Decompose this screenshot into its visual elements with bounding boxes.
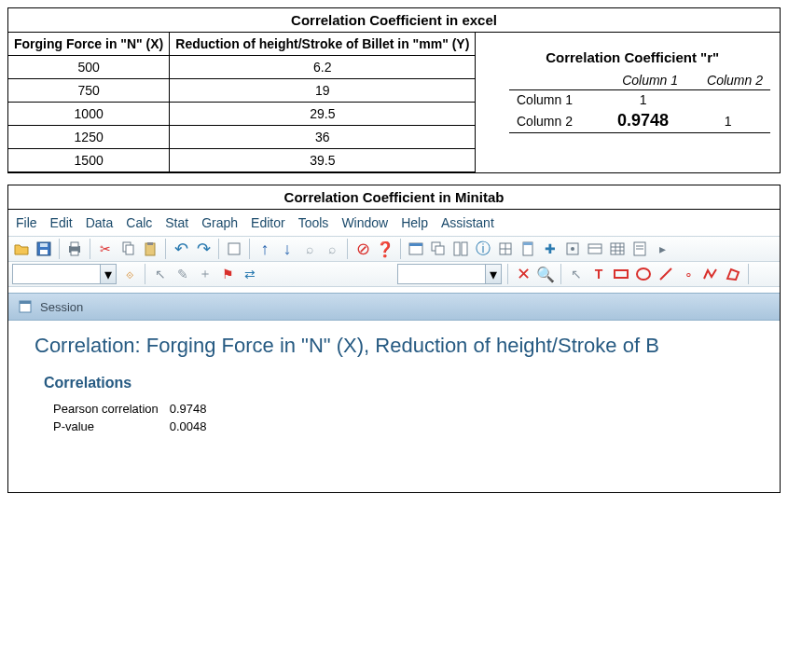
svg-rect-5 xyxy=(71,251,78,255)
marker-tool-icon[interactable]: ∘ xyxy=(679,265,698,283)
find-next-icon[interactable]: ⌕ xyxy=(323,240,341,258)
zoom-icon[interactable]: 🔍 xyxy=(536,265,555,283)
pointer-icon[interactable]: ↖ xyxy=(151,265,170,283)
menu-editor[interactable]: Editor xyxy=(251,215,285,230)
model-dropdown[interactable]: ▾ xyxy=(397,264,502,284)
menu-edit[interactable]: Edit xyxy=(50,215,73,230)
variable-dropdown[interactable]: ▾ xyxy=(12,264,117,284)
pearson-label: Pearson correlation xyxy=(53,401,168,417)
svg-rect-7 xyxy=(126,245,133,254)
svg-rect-15 xyxy=(454,242,460,255)
stats-table: Pearson correlation 0.9748 P-value 0.004… xyxy=(51,399,218,436)
info-icon[interactable]: ⓘ xyxy=(474,240,492,258)
cascade-icon[interactable] xyxy=(429,240,448,258)
arrow-down-icon[interactable]: ↓ xyxy=(278,240,297,258)
options-icon[interactable] xyxy=(563,240,582,258)
new-project-icon[interactable] xyxy=(225,240,243,258)
polyline-tool-icon[interactable] xyxy=(701,265,720,283)
tile-icon[interactable] xyxy=(451,240,470,258)
layout-icon[interactable] xyxy=(586,240,604,258)
show-session-icon[interactable] xyxy=(407,240,425,258)
menu-window[interactable]: Window xyxy=(341,215,388,230)
cancel-icon[interactable]: ⊘ xyxy=(353,240,372,258)
find-prev-icon[interactable]: ⌕ xyxy=(300,240,319,258)
correlations-heading: Correlations xyxy=(44,375,761,391)
paste-icon[interactable] xyxy=(141,240,159,258)
chevron-down-icon[interactable]: ▾ xyxy=(485,265,501,283)
svg-rect-16 xyxy=(462,242,467,255)
table-row: 5006.2 xyxy=(8,56,476,79)
ellipse-tool-icon[interactable] xyxy=(634,265,653,283)
table-row: 100029.5 xyxy=(8,103,476,126)
pvalue-value: 0.0048 xyxy=(170,418,216,434)
show-worksheets-icon[interactable] xyxy=(496,240,515,258)
matrix-r22: 1 xyxy=(685,109,770,133)
line-tool-icon[interactable] xyxy=(657,265,675,283)
arrow-up-icon[interactable]: ↑ xyxy=(256,240,274,258)
svg-rect-2 xyxy=(40,243,48,247)
grid-icon[interactable] xyxy=(608,240,627,258)
undo-icon[interactable]: ↶ xyxy=(172,240,190,258)
polygon-tool-icon[interactable] xyxy=(724,265,742,283)
session-header: Session xyxy=(8,293,780,321)
minitab-panel: Correlation Coefficient in Minitab File … xyxy=(7,185,781,493)
help-icon[interactable]: ❓ xyxy=(376,240,394,258)
select-icon[interactable]: ↖ xyxy=(567,265,586,283)
menu-assistant[interactable]: Assistant xyxy=(441,215,494,230)
pen-icon[interactable]: ✎ xyxy=(173,265,192,283)
rectangle-tool-icon[interactable] xyxy=(612,265,630,283)
matrix-row2-lbl: Column 2 xyxy=(509,109,601,133)
table-row: 125036 xyxy=(8,126,476,149)
menu-graph[interactable]: Graph xyxy=(201,215,238,230)
menu-file[interactable]: File xyxy=(16,215,37,230)
notepad-icon[interactable] xyxy=(518,240,537,258)
redo-icon[interactable]: ↷ xyxy=(194,240,213,258)
r-title: Correlation Coefficient "r" xyxy=(494,49,770,65)
excel-title: Correlation Coefficient in excel xyxy=(8,8,780,33)
svg-rect-39 xyxy=(20,301,31,304)
cut-icon[interactable]: ✂ xyxy=(96,240,115,258)
save-icon[interactable] xyxy=(35,240,53,258)
menu-stat[interactable]: Stat xyxy=(165,215,188,230)
pvalue-label: P-value xyxy=(53,418,168,434)
copy-icon[interactable] xyxy=(118,240,137,258)
text-tool-icon[interactable]: T xyxy=(589,265,608,283)
col-x-header: Forging Force in "N" (X) xyxy=(8,33,170,56)
analysis-title: Correlation: Forging Force in "N" (X), R… xyxy=(35,334,761,358)
svg-point-35 xyxy=(637,268,650,280)
matrix-r21: 0.9748 xyxy=(601,109,685,133)
report-icon[interactable] xyxy=(630,240,649,258)
matrix-r11: 1 xyxy=(601,90,685,110)
print-icon[interactable] xyxy=(65,240,84,258)
open-icon[interactable] xyxy=(12,240,31,258)
col-y-header: Reduction of height/Stroke of Billet in … xyxy=(170,33,476,56)
matrix-col2-hdr: Column 2 xyxy=(685,71,770,90)
menu-data[interactable]: Data xyxy=(86,215,114,230)
pearson-value: 0.9748 xyxy=(170,401,216,417)
minitab-title: Correlation Coefficient in Minitab xyxy=(8,185,780,210)
session-body: Correlation: Forging Force in "N" (X), R… xyxy=(8,321,780,492)
menubar: File Edit Data Calc Stat Graph Editor To… xyxy=(8,210,780,236)
svg-rect-1 xyxy=(40,250,48,254)
delete-icon[interactable]: ✕ xyxy=(514,265,532,283)
menu-calc[interactable]: Calc xyxy=(126,215,152,230)
menu-help[interactable]: Help xyxy=(401,215,428,230)
more-icon[interactable]: ▸ xyxy=(653,240,671,258)
svg-rect-9 xyxy=(147,242,153,245)
excel-panel: Correlation Coefficient in excel Forging… xyxy=(7,7,781,173)
svg-rect-4 xyxy=(71,242,78,247)
session-icon xyxy=(16,297,35,316)
add-icon[interactable]: ✚ xyxy=(541,240,560,258)
swap-icon[interactable]: ⇄ xyxy=(241,265,259,283)
menu-tools[interactable]: Tools xyxy=(298,215,329,230)
matrix-row1-lbl: Column 1 xyxy=(509,90,601,110)
brush-icon[interactable]: ⟐ xyxy=(120,265,139,283)
table-row: 150039.5 xyxy=(8,149,476,172)
flag-icon[interactable]: ⚑ xyxy=(218,265,237,283)
svg-rect-10 xyxy=(228,243,240,254)
chevron-down-icon[interactable]: ▾ xyxy=(100,265,116,283)
table-row: 75019 xyxy=(8,79,476,103)
svg-rect-34 xyxy=(615,270,628,278)
session-label: Session xyxy=(40,300,83,314)
crosshair-icon[interactable]: ＋ xyxy=(196,265,214,283)
